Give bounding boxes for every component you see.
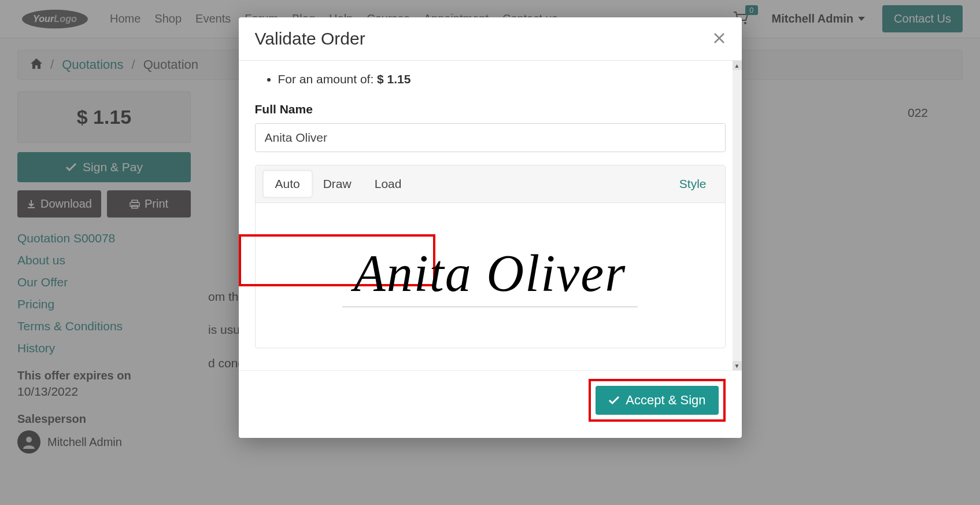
tab-auto[interactable]: Auto (264, 171, 312, 197)
accept-sign-label: Accept & Sign (626, 393, 705, 408)
tab-draw[interactable]: Draw (312, 171, 363, 197)
modal-body: For an amount of: $ 1.15 Full Name Auto … (239, 61, 742, 370)
modal-overlay: Validate Order For an amount of: $ 1.15 … (0, 0, 980, 505)
close-button[interactable] (713, 29, 726, 49)
style-link[interactable]: Style (669, 171, 717, 197)
accept-and-sign-button[interactable]: Accept & Sign (596, 386, 718, 415)
full-name-label: Full Name (255, 102, 726, 116)
signature-canvas[interactable]: Anita Oliver (256, 203, 725, 348)
tab-load[interactable]: Load (363, 171, 413, 197)
close-icon (713, 32, 726, 45)
modal-header: Validate Order (239, 17, 742, 61)
signature-preview: Anita Oliver (342, 244, 638, 307)
signature-panel: Auto Draw Load Style Anita Oliver (255, 165, 726, 348)
modal-scrollbar[interactable]: ▲ ▼ (733, 61, 742, 370)
modal-footer: Accept & Sign (239, 370, 742, 438)
check-icon (608, 396, 620, 405)
scroll-up-icon[interactable]: ▲ (733, 61, 742, 70)
full-name-input[interactable] (255, 123, 726, 152)
modal-title: Validate Order (255, 29, 365, 49)
scroll-down-icon[interactable]: ▼ (733, 361, 742, 370)
amount-line: For an amount of: $ 1.15 (278, 72, 726, 86)
amount-value: $ 1.15 (377, 72, 411, 86)
signature-tabs: Auto Draw Load Style (256, 165, 725, 203)
validate-order-modal: Validate Order For an amount of: $ 1.15 … (239, 17, 742, 438)
highlight-box-accept: Accept & Sign (589, 379, 725, 422)
